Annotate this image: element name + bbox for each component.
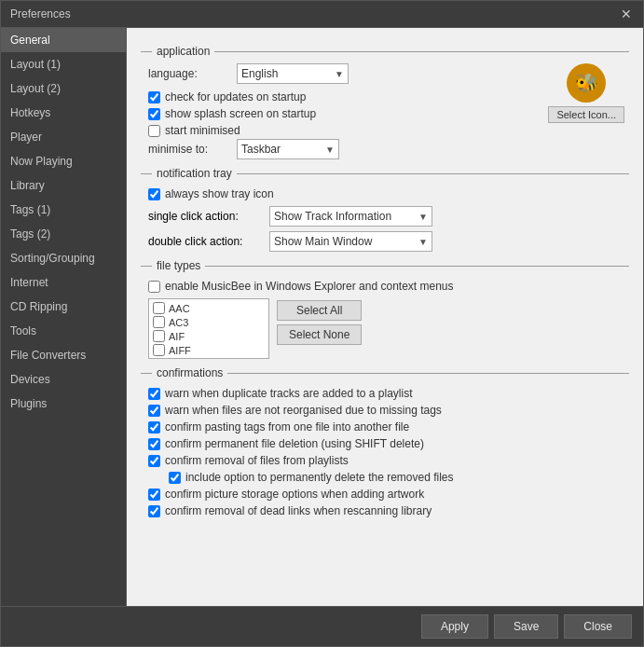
sidebar-item-player[interactable]: Player	[1, 125, 126, 149]
sidebar-item-hotkeys[interactable]: Hotkeys	[1, 101, 126, 125]
confirm-dead-links-checkbox[interactable]	[148, 505, 160, 517]
select-all-button[interactable]: Select All	[277, 300, 362, 321]
double-click-label: double click action:	[148, 235, 269, 248]
sidebar-item-layout1[interactable]: Layout (1)	[1, 52, 126, 76]
file-type-aiff: AIFF	[153, 343, 265, 357]
file-type-ac3: AC3	[153, 315, 265, 329]
select-none-button[interactable]: Select None	[277, 324, 362, 345]
show-splash-row: show splash screen on startup	[141, 105, 548, 122]
sidebar-item-library[interactable]: Library	[1, 173, 126, 198]
check-updates-row: check for updates on startup	[141, 89, 548, 105]
main-panel: application 🐝 Select Icon... language: E…	[127, 28, 643, 606]
file-type-aac-checkbox[interactable]	[153, 302, 165, 314]
minimise-dropdown-arrow: ▼	[325, 145, 335, 155]
file-types-list: AAC AC3 AIF AIFF	[148, 298, 269, 359]
minimise-dropdown[interactable]: Taskbar ▼	[237, 139, 339, 159]
save-button[interactable]: Save	[494, 614, 558, 639]
sidebar-item-now-playing[interactable]: Now Playing	[1, 149, 126, 173]
start-minimised-row: start minimised	[141, 122, 548, 139]
sidebar-item-file-converters[interactable]: File Converters	[1, 343, 126, 367]
always-show-tray-checkbox[interactable]	[148, 188, 160, 200]
language-dropdown[interactable]: English ▼	[237, 63, 349, 84]
notification-section: always show tray icon single click actio…	[141, 186, 629, 252]
bee-icon: 🐝	[567, 63, 606, 103]
section-file-types: file types	[141, 259, 629, 272]
confirm-permanent-delete-row: confirm permanent file deletion (using S…	[141, 435, 629, 452]
close-button[interactable]: Close	[564, 614, 632, 639]
minimise-label: minimise to:	[148, 143, 232, 156]
select-icon-button[interactable]: Select Icon...	[548, 106, 624, 123]
language-label: language:	[148, 67, 232, 80]
include-option-delete-row: include option to permanently delete the…	[141, 469, 629, 486]
double-click-dropdown-arrow: ▼	[418, 237, 428, 247]
single-click-dropdown-arrow: ▼	[418, 212, 428, 222]
sidebar-item-sorting-grouping[interactable]: Sorting/Grouping	[1, 246, 126, 270]
include-option-delete-checkbox[interactable]	[169, 472, 181, 484]
double-click-dropdown[interactable]: Show Main Window ▼	[269, 231, 432, 252]
minimise-row: minimise to: Taskbar ▼	[141, 139, 629, 159]
confirm-duplicate-row: warn when duplicate tracks are added to …	[141, 385, 629, 402]
sidebar-item-layout2[interactable]: Layout (2)	[1, 76, 126, 101]
confirm-permanent-delete-checkbox[interactable]	[148, 438, 160, 450]
language-dropdown-arrow: ▼	[335, 69, 344, 79]
confirm-picture-storage-row: confirm picture storage options when add…	[141, 486, 629, 502]
confirm-duplicate-checkbox[interactable]	[148, 388, 160, 400]
double-click-row: double click action: Show Main Window ▼	[141, 231, 629, 252]
single-click-row: single click action: Show Track Informat…	[141, 206, 629, 227]
file-type-aif-checkbox[interactable]	[153, 330, 165, 342]
title-bar: Preferences ✕	[1, 1, 643, 28]
footer: Apply Save Close	[1, 606, 643, 646]
apply-button[interactable]: Apply	[421, 614, 488, 639]
always-show-tray-row: always show tray icon	[141, 186, 629, 202]
file-types-buttons: Select All Select None	[277, 298, 362, 359]
file-type-aac: AAC	[153, 301, 265, 315]
confirmations-area: warn when duplicate tracks are added to …	[141, 385, 629, 519]
file-type-aiff-checkbox[interactable]	[153, 344, 165, 356]
sidebar-item-internet[interactable]: Internet	[1, 270, 126, 295]
sidebar-item-plugins[interactable]: Plugins	[1, 392, 126, 416]
confirm-remove-playlists-checkbox[interactable]	[148, 455, 160, 467]
file-types-area: AAC AC3 AIF AIFF Sel	[148, 298, 629, 359]
confirm-paste-tags-row: confirm pasting tags from one file into …	[141, 419, 629, 435]
language-row: language: English ▼	[141, 63, 548, 84]
check-updates-checkbox[interactable]	[148, 91, 160, 103]
window-title: Preferences	[10, 7, 71, 21]
sidebar-item-devices[interactable]: Devices	[1, 367, 126, 392]
single-click-label: single click action:	[148, 210, 269, 223]
sidebar-item-tools[interactable]: Tools	[1, 319, 126, 343]
enable-musicbee-checkbox[interactable]	[148, 281, 160, 293]
confirm-missing-tags-checkbox[interactable]	[148, 405, 160, 417]
section-application: application	[141, 45, 629, 58]
sidebar-item-general[interactable]: General	[1, 28, 126, 52]
confirm-paste-tags-checkbox[interactable]	[148, 421, 160, 434]
start-minimised-checkbox[interactable]	[148, 125, 160, 137]
close-window-button[interactable]: ✕	[619, 7, 634, 21]
confirm-missing-tags-row: warn when files are not reorganised due …	[141, 402, 629, 419]
app-icon-area: 🐝 Select Icon...	[548, 63, 624, 123]
single-click-dropdown[interactable]: Show Track Information ▼	[269, 206, 432, 227]
show-splash-checkbox[interactable]	[148, 108, 160, 120]
sidebar-item-cd-ripping[interactable]: CD Ripping	[1, 295, 126, 319]
section-confirmations: confirmations	[141, 366, 629, 379]
confirm-remove-playlists-row: confirm removal of files from playlists	[141, 452, 629, 469]
section-notification-tray: notification tray	[141, 167, 629, 180]
preferences-window: Preferences ✕ General Layout (1) Layout …	[0, 0, 644, 647]
file-type-ac3-checkbox[interactable]	[153, 316, 165, 328]
content-area: General Layout (1) Layout (2) Hotkeys Pl…	[1, 28, 643, 606]
enable-musicbee-row: enable MusicBee in Windows Explorer and …	[141, 278, 629, 295]
sidebar-item-tags2[interactable]: Tags (2)	[1, 222, 126, 246]
file-type-aif: AIF	[153, 329, 265, 343]
sidebar: General Layout (1) Layout (2) Hotkeys Pl…	[1, 28, 127, 606]
sidebar-item-tags1[interactable]: Tags (1)	[1, 198, 126, 222]
confirm-picture-storage-checkbox[interactable]	[148, 489, 160, 501]
confirm-dead-links-row: confirm removal of dead links when resca…	[141, 502, 629, 519]
